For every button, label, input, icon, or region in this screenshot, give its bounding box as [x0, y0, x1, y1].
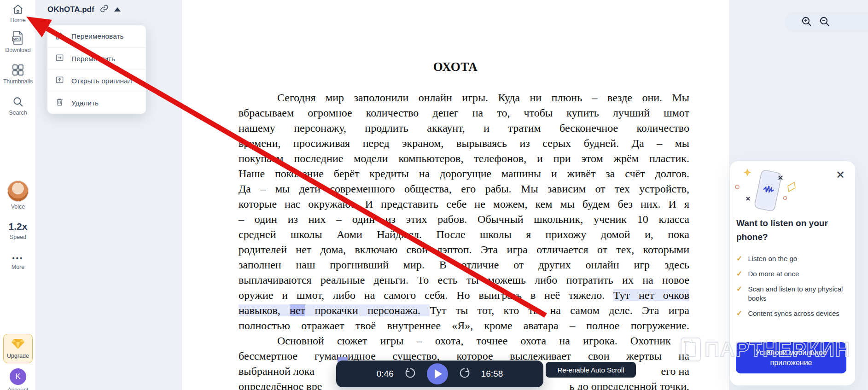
document-page: ОХОТА Сегодня мир заполонили онлайн игры…	[182, 0, 729, 390]
upgrade-label: Upgrade	[7, 353, 29, 359]
document-text-fragment: Да – мы дети современного общества, его …	[239, 183, 689, 195]
speed-label: Speed	[10, 234, 26, 240]
more-label: More	[12, 264, 24, 270]
more-dots-icon: •••	[12, 254, 24, 262]
sidebar-item-download[interactable]: MP3 Download	[0, 30, 36, 53]
promo-bullet-1: ✓Listen on the go	[736, 254, 847, 263]
sidebar-item-home[interactable]: Home	[0, 4, 36, 23]
sentence-highlight: Тут нет очков	[613, 289, 689, 301]
file-context-menu: ПереименоватьПереместитьОткрыть оригинал…	[47, 25, 146, 114]
home-icon	[12, 4, 24, 15]
document-text-fragment: нашему персонажу, продлить аккаунт, и тр…	[239, 122, 689, 134]
reenable-autoscroll-button[interactable]: Re-enable Auto Scroll	[546, 362, 636, 378]
sidebar: Home MP3 Download Thumbnails Search Voic…	[0, 0, 36, 390]
promo-bullet-text: Content syncs across devices	[748, 309, 839, 318]
speed-selector[interactable]: 1.2x Speed	[0, 221, 36, 240]
promo-bullet-text: Do more at once	[748, 269, 799, 279]
check-icon: ✓	[736, 285, 742, 303]
document-line: средней школы Аоми Найджел. После школы …	[239, 227, 689, 242]
document-text-fragment: Основной сюжет игры – охота, точнее охот…	[277, 335, 689, 347]
check-icon: ✓	[736, 254, 742, 263]
current-time: 0:46	[377, 369, 394, 379]
upgrade-button[interactable]: Upgrade	[3, 334, 33, 363]
voice-selector[interactable]: Voice	[0, 180, 36, 210]
promo-bullet-text: Scan and listen to any physical books	[748, 285, 847, 303]
document-text-fragment: – один из них – один из этих рабов. Обыч…	[239, 213, 689, 225]
diamond-icon	[11, 338, 25, 351]
zoom-in-icon[interactable]	[801, 16, 812, 29]
search-icon	[12, 96, 24, 108]
menu-item-2[interactable]: Переместить	[47, 47, 146, 70]
play-icon	[435, 369, 442, 378]
zoom-out-icon[interactable]	[819, 16, 830, 29]
promo-bullet-4: ✓Content syncs across devices	[736, 309, 847, 318]
promo-heading: Want to listen on your phone?	[736, 216, 845, 244]
promo-bullet-2: ✓Do more at once	[736, 269, 847, 279]
document-text-fragment: Сегодня мир заполонили онлайн игры. Куда…	[277, 92, 689, 104]
document-line: навыков, нет прокачки персонажа. Тут ты …	[239, 303, 689, 318]
document-line: Сегодня мир заполонили онлайн игры. Куда…	[239, 90, 689, 105]
document-text-fragment: выплачиваются реальные деньги. То есть т…	[239, 274, 689, 286]
speed-value: 1.2x	[9, 221, 28, 232]
trash-icon	[55, 98, 64, 108]
pencil-icon	[55, 31, 64, 42]
play-button[interactable]	[427, 363, 448, 384]
check-icon: ✓	[736, 309, 742, 318]
document-text-fragment: его на	[661, 364, 689, 379]
menu-item-4[interactable]: Удалить	[47, 92, 146, 114]
document-line: – один из них – один из этих рабов. Обыч…	[239, 212, 689, 227]
document-text-fragment: времени, просиживая перед экраном, вырыв…	[239, 137, 689, 149]
promo-bullet-text: Listen on the go	[748, 254, 797, 263]
document-line: выплачиваются реальные деньги. То есть т…	[239, 273, 689, 288]
sidebar-item-thumbnails[interactable]: Thumbnails	[0, 64, 36, 85]
document-line: родителей нет дома, включаю свой лэптоп.…	[239, 242, 689, 257]
account-avatar: K	[10, 368, 26, 385]
audio-player-bar: 0:46 16:58	[336, 361, 543, 387]
file-title: OKhOTA.pdf	[47, 5, 94, 14]
voice-avatar	[7, 180, 29, 202]
document-line: оружие и шмот, либо на самого себя. Но в…	[239, 288, 689, 303]
account-button[interactable]: K Account	[0, 368, 36, 390]
document-text-fragment: выбранной лока	[239, 364, 315, 379]
close-icon[interactable]: ✕	[836, 169, 845, 180]
account-label: Account	[7, 387, 28, 390]
menu-item-label: Открыть оригинал	[71, 77, 132, 85]
document-text-fragment: оружие и шмот, либо на самого себя. Но в…	[239, 289, 613, 301]
check-icon: ✓	[736, 269, 742, 279]
sidebar-label-home: Home	[10, 17, 25, 23]
total-time: 16:58	[481, 369, 503, 379]
document-line: Наше поколение берёт кредиты на дорогущи…	[239, 166, 689, 181]
voice-label: Voice	[11, 204, 25, 210]
document-text-fragment: ь до определенной точки,	[570, 379, 689, 390]
document-text-fragment: определённое вре	[239, 379, 322, 390]
document-text-fragment: вбрасываем огромное количество денег на …	[239, 107, 689, 119]
document-line: заполнен наш прогнивший мир. В отличие о…	[239, 257, 689, 273]
mobile-app-promo-card: ✕ Want to listen on your phone? ✓Listen …	[730, 161, 855, 385]
word-highlight: нет	[290, 304, 305, 316]
document-text-fragment: родителей нет дома, включаю свой лэптоп.…	[239, 244, 689, 256]
skip-forward-icon[interactable]	[458, 367, 471, 381]
zoom-controls	[784, 12, 868, 32]
document-text-fragment: покупаем последние модели компьютеров, т…	[239, 152, 689, 164]
menu-item-3[interactable]: Открыть оригинал	[47, 70, 146, 92]
document-text: Сегодня мир заполонили онлайн игры. Куда…	[239, 90, 689, 390]
menu-item-label: Переместить	[71, 55, 115, 63]
sidebar-item-search[interactable]: Search	[0, 96, 36, 116]
document-line: вбрасываем огромное количество денег на …	[239, 105, 689, 121]
link-icon[interactable]	[100, 4, 109, 15]
document-title: ОХОТА	[182, 60, 729, 74]
promo-bullet-3: ✓Scan and listen to any physical books	[736, 285, 847, 303]
document-line: нашему персонажу, продлить аккаунт, и тр…	[239, 121, 689, 136]
document-text-fragment: средней школы Аоми Найджел. После школы …	[239, 228, 689, 240]
more-menu[interactable]: ••• More	[0, 254, 36, 270]
install-mobile-app-button[interactable]: Установи мобильное приложение	[736, 342, 846, 373]
collapse-chevron-icon[interactable]	[114, 7, 121, 12]
menu-item-label: Переименовать	[71, 32, 124, 41]
menu-item-1[interactable]: Переименовать	[47, 25, 146, 47]
document-text-fragment: полностью отражает твоё внутреннее «Я», …	[239, 320, 689, 332]
document-line: полностью отражает твоё внутреннее «Я», …	[239, 318, 689, 333]
document-line: которые нас окружают. И представить себе…	[239, 197, 689, 212]
menu-item-label: Удалить	[71, 99, 99, 107]
document-line: Основной сюжет игры – охота, точнее охот…	[239, 333, 689, 349]
skip-back-icon[interactable]	[404, 367, 417, 381]
